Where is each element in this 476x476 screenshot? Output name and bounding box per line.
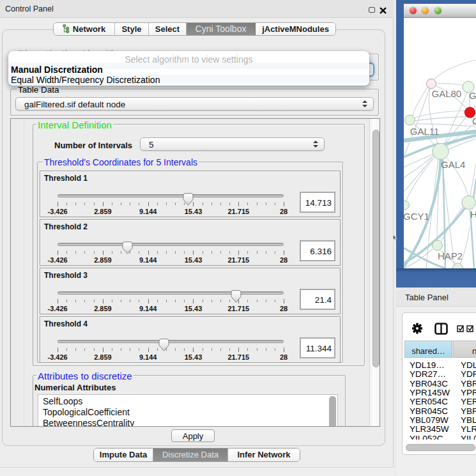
svg-text:C: C: [472, 116, 476, 127]
svg-text:H: H: [470, 209, 476, 220]
svg-text:GAL4: GAL4: [441, 159, 465, 170]
svg-text:GAL80: GAL80: [432, 88, 462, 99]
svg-text:G: G: [469, 90, 476, 101]
svg-text:GCY1: GCY1: [404, 211, 429, 222]
svg-text:HAP2: HAP2: [438, 250, 463, 261]
svg-text:GAL11: GAL11: [410, 126, 440, 137]
